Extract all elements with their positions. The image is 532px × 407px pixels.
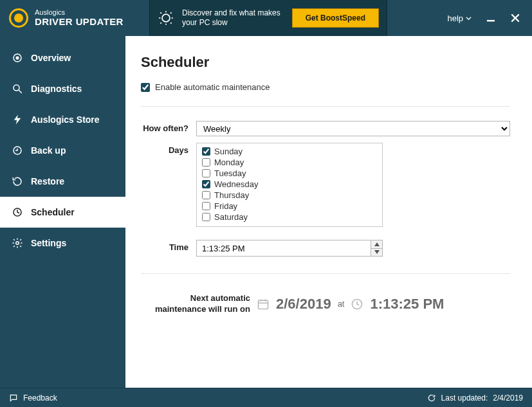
time-spinner [371, 240, 382, 256]
days-label: Days [141, 143, 196, 227]
day-checkbox[interactable] [202, 202, 210, 210]
sidebar-item-label: Restore [31, 176, 64, 186]
body: Overview Diagnostics Auslogics Store Bac… [0, 36, 532, 388]
sidebar-item-overview[interactable]: Overview [0, 42, 125, 73]
enable-maintenance-label: Enable automatic maintenance [155, 82, 270, 92]
help-label: help [447, 14, 463, 23]
day-row-sunday[interactable]: Sunday [202, 146, 377, 157]
sidebar: Overview Diagnostics Auslogics Store Bac… [0, 36, 125, 388]
day-label: Wednesday [214, 179, 258, 189]
minimize-button[interactable] [486, 13, 496, 23]
backup-icon [12, 145, 23, 156]
app-window: Auslogics DRIVER UPDATER Discover and fi… [0, 0, 532, 407]
svg-line-7 [160, 23, 161, 24]
day-row-tuesday[interactable]: Tuesday [202, 168, 377, 179]
svg-point-0 [162, 14, 170, 22]
sidebar-item-restore[interactable]: Restore [0, 166, 125, 197]
close-button[interactable] [510, 13, 520, 23]
day-label: Friday [214, 201, 237, 211]
brand-text: Auslogics DRIVER UPDATER [35, 9, 124, 26]
sidebar-item-label: Settings [31, 238, 66, 248]
day-label: Thursday [214, 190, 249, 200]
frequency-label: How often? [141, 121, 196, 136]
next-run-at: at [338, 299, 345, 309]
time-row: Time [141, 240, 510, 257]
day-row-thursday[interactable]: Thursday [202, 190, 377, 201]
svg-line-6 [170, 12, 172, 14]
lightbulb-icon [158, 10, 174, 26]
get-boostspeed-button[interactable]: Get BoostSpeed [292, 8, 379, 28]
svg-rect-17 [259, 300, 268, 309]
day-checkbox[interactable] [202, 147, 210, 156]
day-label: Tuesday [214, 168, 246, 178]
spinner-down-button[interactable] [371, 249, 382, 257]
sidebar-item-settings[interactable]: Settings [0, 228, 125, 258]
brand-line2: DRIVER UPDATER [35, 17, 124, 27]
feedback-link[interactable]: Feedback [9, 393, 57, 402]
sidebar-item-label: Scheduler [31, 207, 75, 217]
sidebar-item-label: Overview [31, 53, 71, 63]
feedback-label: Feedback [23, 393, 57, 402]
restore-icon [12, 176, 23, 187]
titlebar-right: help [387, 13, 532, 23]
frequency-select[interactable]: Weekly [196, 121, 510, 136]
target-icon [12, 52, 23, 64]
time-label: Time [141, 240, 196, 257]
day-checkbox[interactable] [202, 169, 210, 177]
footer: Feedback Last updated: 2/4/2019 [0, 388, 532, 407]
sidebar-item-store[interactable]: Auslogics Store [0, 104, 125, 135]
frequency-row: How often? Weekly [141, 121, 510, 136]
app-logo-icon [9, 8, 28, 28]
bolt-icon [12, 114, 23, 125]
svg-rect-9 [487, 20, 495, 22]
next-run: Next automatic maintenance will run on 2… [141, 293, 510, 315]
svg-line-5 [160, 12, 161, 14]
day-checkbox[interactable] [202, 213, 210, 221]
divider [141, 106, 510, 107]
next-run-date: 2/6/2019 [276, 296, 331, 312]
enable-maintenance-row: Enable automatic maintenance [141, 82, 510, 92]
calendar-icon [257, 298, 270, 311]
day-row-saturday[interactable]: Saturday [202, 212, 377, 222]
day-checkbox[interactable] [202, 158, 210, 167]
enable-maintenance-checkbox[interactable] [141, 83, 150, 92]
time-input-wrap [196, 240, 383, 257]
day-label: Sunday [214, 147, 243, 156]
clock-icon [351, 298, 363, 311]
promo-text: Discover and fix what makes your PC slow [182, 8, 280, 28]
next-run-time: 1:13:25 PM [370, 296, 444, 312]
refresh-icon [427, 393, 436, 402]
last-updated-label: Last updated: [441, 393, 488, 402]
day-checkbox[interactable] [202, 191, 210, 199]
day-row-friday[interactable]: Friday [202, 201, 377, 212]
svg-line-13 [19, 90, 22, 93]
last-updated-value: 2/4/2019 [493, 393, 523, 402]
time-input[interactable] [197, 240, 371, 256]
svg-line-8 [170, 23, 172, 24]
svg-point-11 [16, 57, 19, 59]
day-row-wednesday[interactable]: Wednesday [202, 179, 377, 190]
search-icon [12, 83, 23, 95]
clock-icon [12, 206, 23, 218]
day-label: Saturday [214, 212, 248, 222]
days-row: Days Sunday Monday Tuesday Wednesday Thu… [141, 143, 510, 227]
sidebar-item-backup[interactable]: Back up [0, 135, 125, 166]
titlebar: Auslogics DRIVER UPDATER Discover and fi… [0, 0, 532, 36]
last-updated: Last updated: 2/4/2019 [427, 393, 523, 402]
sidebar-item-label: Auslogics Store [31, 114, 100, 125]
svg-point-12 [14, 85, 19, 91]
next-run-value: 2/6/2019 at 1:13:25 PM [257, 296, 444, 312]
day-row-monday[interactable]: Monday [202, 157, 377, 168]
chevron-down-icon [466, 15, 472, 21]
day-label: Monday [214, 158, 244, 167]
spinner-up-button[interactable] [371, 240, 382, 249]
content: Scheduler Enable automatic maintenance H… [125, 36, 532, 388]
days-listbox: Sunday Monday Tuesday Wednesday Thursday… [196, 143, 383, 227]
sidebar-item-scheduler[interactable]: Scheduler [0, 197, 125, 228]
help-menu[interactable]: help [447, 14, 472, 23]
sidebar-item-diagnostics[interactable]: Diagnostics [0, 73, 125, 104]
page-title: Scheduler [141, 54, 510, 71]
promo-line2: your PC slow [182, 18, 280, 28]
day-checkbox[interactable] [202, 180, 210, 188]
gear-icon [12, 237, 23, 249]
